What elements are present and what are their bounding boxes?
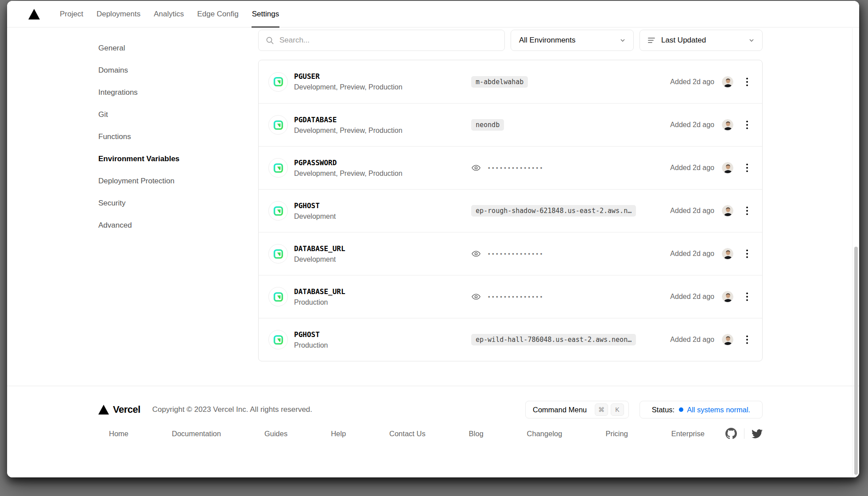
nav-tab[interactable]: Edge Config [190, 1, 245, 27]
env-var-value-cell: •••••••••••••• [471, 292, 670, 302]
twitter-icon[interactable] [752, 428, 763, 439]
settings-sidebar: General Domains Integrations Git Functio… [98, 27, 258, 361]
sidebar-item[interactable]: Deployment Protection [98, 170, 258, 192]
sidebar-item[interactable]: Security [98, 192, 258, 214]
footer-link[interactable]: Documentation [172, 430, 221, 438]
sidebar-item[interactable]: Advanced [98, 214, 258, 236]
scrollbar-track [852, 28, 852, 476]
k-keycap: K [611, 403, 624, 416]
env-var-info: PGHOST Development [294, 202, 471, 221]
env-var-meta: Added 2d ago [670, 248, 751, 260]
site-footer: Vercel Copyright © 2023 Vercel Inc. All … [7, 386, 859, 477]
social-icons [725, 428, 763, 439]
brand-name: Vercel [113, 404, 140, 415]
reveal-value-eye-icon[interactable] [471, 249, 481, 259]
env-var-name: PGPASSWORD [294, 159, 471, 167]
neon-integration-icon [268, 244, 288, 264]
neon-integration-icon [268, 287, 288, 306]
added-timestamp: Added 2d ago [670, 293, 714, 301]
env-var-list: PGUSER Development, Preview, Production … [258, 60, 763, 361]
footer-top-row: Vercel Copyright © 2023 Vercel Inc. All … [98, 401, 763, 418]
footer-links: Home Documentation Guides Help Contact U… [109, 430, 705, 438]
github-icon[interactable] [725, 428, 737, 439]
neon-integration-icon [268, 72, 288, 92]
footer-link[interactable]: Help [331, 430, 346, 438]
row-menu-kebab-icon[interactable] [744, 334, 751, 345]
status-dot-icon [679, 407, 683, 412]
sidebar-item[interactable]: Environment Variables [98, 148, 258, 170]
app-window: Project Deployments Analytics Edge Confi… [7, 1, 859, 477]
env-var-name: PGDATABASE [294, 116, 471, 124]
footer-links-row: Home Documentation Guides Help Contact U… [98, 428, 763, 439]
env-var-value-cell: ep-wild-hall-786048.us-east-2.aws.neon… [471, 334, 670, 345]
env-var-name: PGHOST [294, 202, 471, 210]
row-menu-kebab-icon[interactable] [744, 119, 751, 131]
row-menu-kebab-icon[interactable] [744, 76, 751, 88]
reveal-value-eye-icon[interactable] [471, 163, 481, 173]
env-var-info: DATABASE_URL Development [294, 244, 471, 264]
nav-tab[interactable]: Analytics [147, 1, 190, 27]
nav-tab[interactable]: Project [53, 1, 90, 27]
env-var-meta: Added 2d ago [670, 334, 751, 345]
footer-link[interactable]: Enterprise [671, 430, 705, 438]
environment-filter-dropdown[interactable]: All Environments [511, 30, 634, 51]
env-var-value: ep-rough-shadow-621848.us-east-2.aws.n… [471, 205, 636, 217]
sort-dropdown[interactable]: Last Updated [639, 30, 763, 51]
sidebar-item[interactable]: Domains [98, 59, 258, 81]
env-var-info: PGHOST Production [294, 330, 471, 349]
nav-tab[interactable]: Deployments [90, 1, 147, 27]
env-var-row: PGHOST Development ep-rough-shadow-62184… [259, 189, 762, 232]
nav-tab[interactable]: Settings [245, 1, 286, 27]
env-var-meta: Added 2d ago [670, 76, 751, 88]
reveal-value-eye-icon[interactable] [471, 292, 481, 302]
env-var-environments: Development, Preview, Production [294, 83, 471, 91]
user-avatar [722, 334, 733, 345]
search-input[interactable] [279, 36, 498, 45]
footer-link[interactable]: Guides [264, 430, 287, 438]
env-var-environments: Development [294, 213, 471, 221]
row-menu-kebab-icon[interactable] [744, 162, 751, 174]
row-menu-kebab-icon[interactable] [744, 248, 751, 260]
env-var-meta: Added 2d ago [670, 119, 751, 131]
masked-value-dots: •••••••••••••• [488, 294, 544, 300]
env-var-environments: Production [294, 341, 471, 349]
env-var-info: DATABASE_URL Production [294, 287, 471, 306]
sidebar-item[interactable]: Git [98, 104, 258, 126]
masked-value-dots: •••••••••••••• [488, 165, 544, 171]
row-menu-kebab-icon[interactable] [744, 205, 751, 217]
footer-link[interactable]: Pricing [605, 430, 628, 438]
vercel-footer-logo[interactable]: Vercel [98, 404, 140, 415]
user-avatar [722, 248, 733, 260]
command-menu-label: Command Menu [533, 406, 587, 414]
env-var-environments: Development, Preview, Production [294, 170, 471, 178]
env-var-value-cell: •••••••••••••• [471, 163, 670, 173]
row-menu-kebab-icon[interactable] [744, 291, 751, 302]
env-var-info: PGPASSWORD Development, Preview, Product… [294, 159, 471, 178]
footer-link[interactable]: Blog [469, 430, 484, 438]
nav-links: Project Deployments Analytics Edge Confi… [53, 1, 286, 27]
content-area: General Domains Integrations Git Functio… [7, 27, 859, 361]
sidebar-item[interactable]: Integrations [98, 81, 258, 104]
neon-integration-icon [268, 201, 288, 221]
status-link[interactable]: Status: All systems normal. [639, 401, 763, 418]
icon-divider [744, 428, 744, 439]
env-var-environments: Development [294, 256, 471, 264]
masked-value-dots: •••••••••••••• [488, 251, 544, 257]
vercel-logo-icon[interactable] [28, 9, 40, 19]
sidebar-item[interactable]: General [98, 37, 258, 59]
env-var-name: DATABASE_URL [294, 287, 471, 296]
env-var-value: ep-wild-hall-786048.us-east-2.aws.neon… [471, 334, 636, 345]
env-var-value-cell: m-abdelwahab [471, 76, 670, 88]
command-menu-button[interactable]: Command Menu ⌘ K [525, 401, 629, 418]
sidebar-item[interactable]: Functions [98, 126, 258, 148]
footer-link[interactable]: Home [109, 430, 128, 438]
footer-link[interactable]: Changelog [527, 430, 562, 438]
env-var-row: PGHOST Production ep-wild-hall-786048.us… [259, 318, 762, 361]
added-timestamp: Added 2d ago [670, 121, 714, 129]
footer-link[interactable]: Contact Us [389, 430, 426, 438]
env-var-meta: Added 2d ago [670, 162, 751, 174]
top-nav: Project Deployments Analytics Edge Confi… [7, 1, 859, 27]
env-var-value-cell: •••••••••••••• [471, 249, 670, 259]
env-vars-panel: All Environments Last Updated [258, 27, 763, 361]
scrollbar-thumb[interactable] [854, 247, 858, 475]
